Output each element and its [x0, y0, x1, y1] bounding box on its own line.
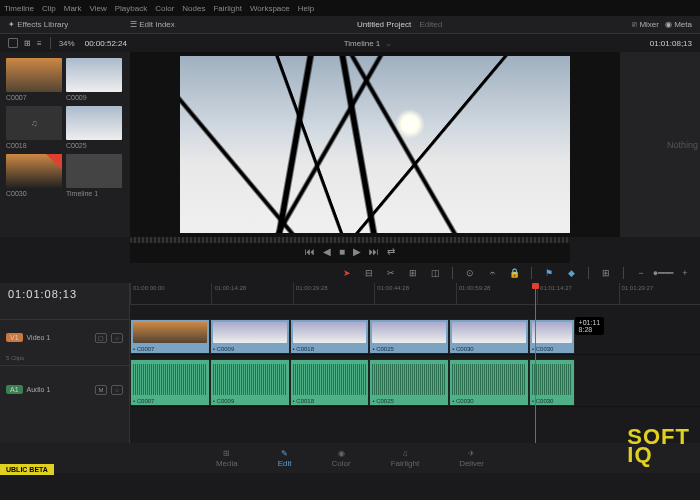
grid-view-icon[interactable]: ⊞	[24, 39, 31, 48]
marker-icon[interactable]: ◆	[564, 266, 578, 280]
next-button[interactable]: ⏭	[369, 246, 379, 257]
menu-workspace[interactable]: Workspace	[250, 4, 290, 13]
menu-fairlight[interactable]: Fairlight	[213, 4, 241, 13]
viewer-panel	[130, 52, 620, 237]
overwrite-tool[interactable]: ◫	[428, 266, 442, 280]
audio-clip[interactable]: • C0018	[290, 359, 370, 406]
timeline-timecode: 01:01:08;13	[0, 283, 129, 305]
timeline-ruler[interactable]: 01:00:00:00 01:00:14:28 01:00:29:28 01:0…	[130, 283, 700, 305]
first-frame-button[interactable]: ⏮	[305, 246, 315, 257]
tab-edit[interactable]: ✎Edit	[278, 449, 292, 468]
inspector-empty-text: Nothing	[667, 140, 698, 150]
deliver-icon: ✈	[468, 449, 475, 458]
menu-mark[interactable]: Mark	[64, 4, 82, 13]
menu-view[interactable]: View	[90, 4, 107, 13]
color-icon: ◉	[338, 449, 345, 458]
sort-icon[interactable]: ≡	[37, 39, 42, 48]
menu-help[interactable]: Help	[298, 4, 314, 13]
dropdown-icon[interactable]: ⌵	[386, 39, 391, 48]
clip-thumb[interactable]: C0009	[66, 58, 122, 102]
stop-button[interactable]: ■	[339, 246, 345, 257]
lock-icon[interactable]: 🔒	[507, 266, 521, 280]
playhead[interactable]	[535, 283, 536, 443]
blade-tool[interactable]: ✂	[384, 266, 398, 280]
tab-deliver[interactable]: ✈Deliver	[459, 449, 484, 468]
video-track-header[interactable]: V1 Video 1 ▢ ○	[0, 319, 129, 355]
clip-thumb[interactable]: C0007	[6, 58, 62, 102]
zoom-slider[interactable]: ●━━━	[656, 266, 670, 280]
video-clip[interactable]: • C0007	[130, 319, 210, 354]
timeline-name[interactable]: Timeline 1	[344, 39, 381, 48]
effects-library-button[interactable]: ✦ Effects Library	[8, 20, 68, 29]
flag-icon[interactable]: ⚑	[542, 266, 556, 280]
media-pool: C0007 C0009 ♫C0018 C0025 C0030 Timeline …	[0, 52, 130, 237]
watermark: SOFTIQ	[627, 428, 690, 465]
edit-index-button[interactable]: ☰ Edit Index	[130, 20, 175, 29]
menu-timeline[interactable]: Timeline	[4, 4, 34, 13]
insert-tool[interactable]: ⊞	[406, 266, 420, 280]
link-icon[interactable]: 𝄐	[485, 266, 499, 280]
clip-tooltip: +01:118:28	[575, 317, 605, 335]
mute-button[interactable]: M	[95, 385, 107, 395]
snap-icon[interactable]: ⊙	[463, 266, 477, 280]
fairlight-icon: ♫	[402, 449, 408, 458]
video-clip[interactable]: • C0018	[290, 319, 370, 354]
play-button[interactable]: ▶	[353, 246, 361, 257]
clip-thumb[interactable]: C0030	[6, 154, 62, 198]
zoom-out-button[interactable]: −	[634, 266, 648, 280]
audio-clip[interactable]: • C0025	[369, 359, 449, 406]
menu-playback[interactable]: Playback	[115, 4, 147, 13]
video-track[interactable]: +01:118:28 • C0007 • C0009 • C0018 • C00…	[130, 319, 700, 355]
source-zoom[interactable]: 34%	[59, 39, 75, 48]
timeline-panel: 01:01:08;13 V1 Video 1 ▢ ○ 5 Clips A1 Au…	[0, 283, 700, 443]
edit-icon: ✎	[281, 449, 288, 458]
video-clip[interactable]: • C0009	[210, 319, 290, 354]
audio-clip[interactable]: • C0030	[529, 359, 575, 406]
audio-clip[interactable]: • C0030	[449, 359, 529, 406]
audio-clip[interactable]: • C0007	[130, 359, 210, 406]
metadata-button[interactable]: ◉ Meta	[665, 20, 692, 29]
page-tabs: ⊞Media ✎Edit ◉Color ♫Fairlight ✈Deliver	[0, 443, 700, 473]
menu-clip[interactable]: Clip	[42, 4, 56, 13]
tab-fairlight[interactable]: ♫Fairlight	[391, 449, 419, 468]
project-title: Untitled Project	[357, 20, 411, 29]
video-clip[interactable]: • C0025	[369, 319, 449, 354]
audio-track-header[interactable]: A1 Audio 1 M ○	[0, 365, 129, 413]
inspector-panel: Nothing	[620, 52, 700, 237]
trim-tool[interactable]: ⊟	[362, 266, 376, 280]
tab-media[interactable]: ⊞Media	[216, 449, 238, 468]
prev-button[interactable]: ◀	[323, 246, 331, 257]
clip-thumb[interactable]: ♫C0018	[6, 106, 62, 150]
audio-clip[interactable]: • C0009	[210, 359, 290, 406]
clips-count: 5 Clips	[0, 355, 129, 365]
loop-button[interactable]: ⇄	[387, 246, 395, 257]
track-lock[interactable]: ○	[111, 333, 123, 343]
clip-thumb[interactable]: C0025	[66, 106, 122, 150]
viewer-timecode: 01:01:08;13	[650, 39, 692, 48]
track-toggle[interactable]: ▢	[95, 333, 107, 343]
list-view-icon[interactable]	[8, 38, 18, 48]
video-clip[interactable]: • C0030	[449, 319, 529, 354]
beta-badge: UBLIC BETA	[0, 464, 54, 475]
menu-bar: Timeline Clip Mark View Playback Color N…	[0, 0, 700, 16]
solo-button[interactable]: ○	[111, 385, 123, 395]
audio-track[interactable]: • C0007 • C0009 • C0018 • C0025 • C0030 …	[130, 359, 700, 407]
mixer-button[interactable]: ⎚ Mixer	[632, 20, 659, 29]
viewer-image[interactable]	[180, 56, 570, 233]
top-bar: ✦ Effects Library ☰ Edit Index Untitled …	[0, 16, 700, 34]
menu-nodes[interactable]: Nodes	[182, 4, 205, 13]
menu-color[interactable]: Color	[155, 4, 174, 13]
media-icon: ⊞	[223, 449, 230, 458]
v1-badge[interactable]: V1	[6, 333, 23, 342]
selection-tool[interactable]: ➤	[340, 266, 354, 280]
clip-thumb[interactable]: Timeline 1	[66, 154, 122, 198]
zoom-in-button[interactable]: +	[678, 266, 692, 280]
source-timecode: 00:00:52:24	[85, 39, 127, 48]
timeline-toolbar: ➤ ⊟ ✂ ⊞ ◫ ⊙ 𝄐 🔒 ⚑ ◆ ⊞ − ●━━━ +	[0, 263, 700, 283]
tab-color[interactable]: ◉Color	[332, 449, 351, 468]
mixer-icon[interactable]: ⊞	[599, 266, 613, 280]
audio-track-label: Audio 1	[27, 386, 51, 393]
video-clip[interactable]: • C0030	[529, 319, 575, 354]
secondary-bar: ⊞ ≡ 34% 00:00:52:24 Timeline 1 ⌵ 01:01:0…	[0, 34, 700, 52]
a1-badge[interactable]: A1	[6, 385, 23, 394]
